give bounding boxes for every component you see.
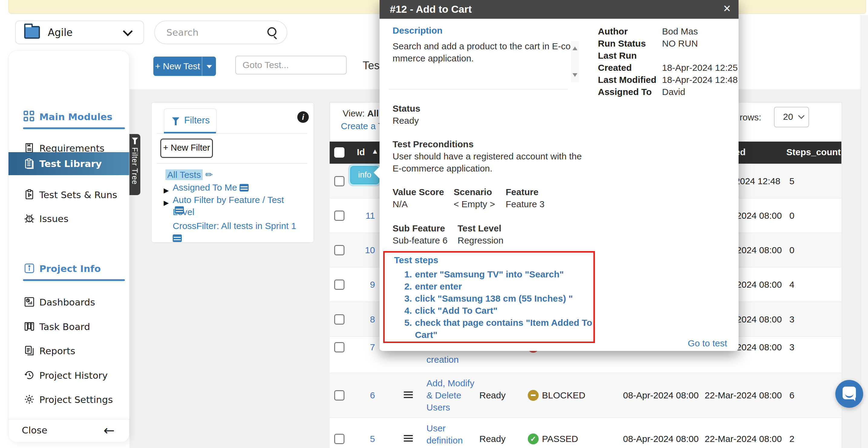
- [object Object][interactable]: Project Info: [8, 263, 129, 275]
- filter-item-1[interactable]: All Tests ✏: [165, 169, 296, 181]
- test-title-link[interactable]: Users: [427, 401, 450, 414]
- steps-list-icon[interactable]: [404, 435, 413, 443]
- tab-filters-label: Filters: [184, 115, 210, 126]
- info-icon[interactable]: i: [297, 111, 309, 123]
- modal-divider: [389, 89, 568, 90]
- goto-test-field: [235, 56, 347, 74]
- test-id-link[interactable]: 6: [348, 389, 375, 401]
- sidebar-item-test-sets-runs[interactable]: Test Sets & Runs: [8, 188, 129, 202]
- test-id-link[interactable]: 5: [348, 433, 375, 445]
- test-id-link[interactable]: 7: [348, 341, 375, 353]
- table-view-icon[interactable]: [240, 184, 249, 191]
- [object Object][interactable]: Main Modules: [8, 111, 129, 123]
- sidebar-item-label: Project History: [39, 369, 108, 382]
- test-steps-label: Test steps: [394, 255, 438, 265]
- row-checkbox[interactable]: [334, 314, 344, 325]
- table-view-icon[interactable]: [173, 234, 182, 242]
- modified-value: 22-Mar-2024 08:00: [705, 433, 782, 445]
- new-filter-button[interactable]: + New Filter: [160, 139, 213, 158]
- kanban-icon: [24, 321, 35, 332]
- sidebar-item-project-history[interactable]: Project History: [8, 369, 129, 382]
- sidebar-item-label: Test Sets & Runs: [39, 189, 117, 201]
- table-view-icon[interactable]: [175, 206, 184, 214]
- sidebar-item-dashboards[interactable]: Dashboards: [8, 296, 129, 309]
- meta-row-assigned-to: Assigned ToDavid: [598, 86, 731, 98]
- steps-list-icon[interactable]: [404, 391, 413, 399]
- sidebar-section-label: Project Info: [39, 263, 101, 275]
- select-all-checkbox[interactable]: [334, 147, 344, 158]
- test-title-link[interactable]: & Delete: [427, 389, 461, 401]
- go-to-test-link[interactable]: Go to test: [688, 338, 727, 349]
- description-scrollbar[interactable]: [571, 41, 579, 82]
- row-checkbox[interactable]: [334, 176, 344, 186]
- row-checkbox[interactable]: [334, 211, 344, 221]
- expand-triangle-icon[interactable]: ▶: [164, 199, 169, 207]
- filter-item-3[interactable]: Auto Filter by Feature / Test Level: [173, 194, 303, 218]
- goto-test-input[interactable]: [235, 56, 347, 74]
- test-title-link[interactable]: definition: [427, 435, 463, 447]
- steps-count-value: 0: [789, 244, 795, 256]
- test-step-3: 3.click "Samsung 138 cm (55 Inches) ": [397, 293, 592, 305]
- row-checkbox[interactable]: [334, 434, 344, 444]
- rows-per-page-select[interactable]: 20: [774, 107, 809, 127]
- scroll-down-icon[interactable]: [572, 73, 577, 77]
- status-value: Ready: [479, 389, 506, 401]
- search-input[interactable]: [166, 27, 258, 38]
- page-scrollbar-track[interactable]: [861, 15, 868, 448]
- column-steps-count[interactable]: Steps_count: [786, 147, 841, 157]
- edit-pencil-icon[interactable]: ✏: [205, 170, 213, 180]
- sidebar-item-label: Test Library: [39, 158, 102, 170]
- table-row: 6Add, Modify& DeleteUsersReadyBLOCKED08-…: [330, 373, 841, 418]
- sidebar-section-underline: [23, 127, 125, 129]
- new-test-dropdown[interactable]: [202, 57, 217, 76]
- sidebar-item-reports[interactable]: Reports: [8, 344, 129, 358]
- sidebar-item-issues[interactable]: Issues: [8, 212, 129, 226]
- folder-icon: [24, 26, 40, 39]
- field-value: Regression: [458, 235, 503, 246]
- global-search[interactable]: [154, 21, 287, 44]
- close-label: Close: [22, 425, 47, 436]
- sidebar-item-task-board[interactable]: Task Board: [8, 320, 129, 333]
- test-id-link[interactable]: 8: [348, 313, 375, 326]
- expand-triangle-icon[interactable]: ▶: [164, 187, 169, 194]
- project-selector[interactable]: Agile: [15, 21, 144, 44]
- filter-icon: [172, 117, 179, 122]
- search-icon[interactable]: [267, 27, 276, 36]
- close-icon[interactable]: ×: [723, 1, 731, 16]
- filter-tree-tab[interactable]: Filter Tree: [129, 134, 140, 195]
- test-step-5-wrap: Cart": [397, 329, 592, 341]
- tab-filters[interactable]: Filters: [164, 109, 217, 133]
- info-badge[interactable]: info: [350, 166, 379, 184]
- row-checkbox[interactable]: [334, 245, 344, 255]
- sidebar-collapse-button[interactable]: Close←: [8, 419, 129, 442]
- sidebar-item-project-settings[interactable]: Project Settings: [8, 393, 129, 406]
- test-title-link[interactable]: Add, Modify: [427, 377, 474, 389]
- dashboard-icon: [24, 296, 35, 308]
- bug-icon: [24, 213, 35, 224]
- test-id-link[interactable]: 11: [348, 210, 375, 222]
- test-step-1: 1.enter "Samsung TV" into "Search": [397, 268, 592, 280]
- steps-count-value: 3: [789, 313, 795, 326]
- sidebar-item-test-library[interactable]: Test Library: [8, 152, 129, 175]
- filter-item-2[interactable]: Assigned To Me: [173, 181, 303, 193]
- column-id[interactable]: Id: [357, 147, 365, 157]
- test-title-link[interactable]: User: [427, 422, 445, 435]
- row-checkbox[interactable]: [334, 342, 344, 352]
- sort-asc-icon[interactable]: ▲: [371, 147, 379, 155]
- test-id-link[interactable]: 10: [348, 244, 375, 256]
- scroll-up-icon[interactable]: [572, 47, 577, 50]
- chat-launcher-button[interactable]: [835, 380, 863, 408]
- view-summary: View: All: [343, 108, 379, 119]
- arrow-left-icon: ←: [103, 423, 115, 438]
- new-test-button[interactable]: + New Test: [153, 57, 216, 76]
- description-text-line: Search and add a product to the cart in …: [393, 41, 571, 52]
- steps-count-value: 3: [789, 341, 795, 353]
- row-checkbox[interactable]: [334, 390, 344, 400]
- row-checkbox[interactable]: [334, 279, 344, 290]
- pages-icon: [24, 345, 35, 356]
- test-id-link[interactable]: 9: [348, 278, 375, 291]
- filter-item-4[interactable]: CrossFilter: All tests in Sprint 1: [173, 220, 303, 244]
- filter-icon: [132, 138, 138, 141]
- run-status-value: PASSED: [542, 433, 578, 445]
- test-title-link[interactable]: creation: [427, 354, 459, 366]
